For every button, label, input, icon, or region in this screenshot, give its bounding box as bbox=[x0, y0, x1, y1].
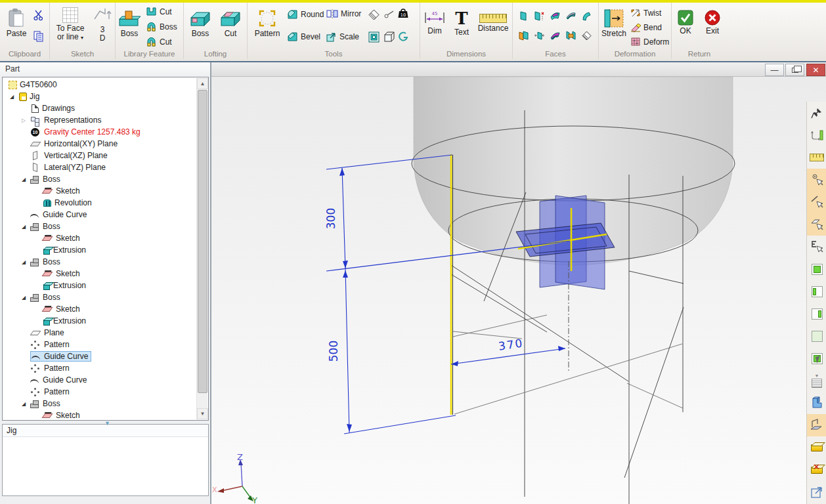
ok-button[interactable]: OK bbox=[674, 7, 697, 47]
tree-item-root[interactable]: G4T50600 bbox=[3, 79, 196, 91]
expand-arrow-icon[interactable]: ◢ bbox=[22, 177, 30, 182]
face-tool-9-button[interactable] bbox=[565, 30, 576, 41]
select-vertex-button[interactable] bbox=[807, 169, 826, 191]
library-magnet-boss-button[interactable]: Boss bbox=[146, 22, 177, 32]
solid-tool-button[interactable] bbox=[807, 392, 826, 414]
tree-item-sketch[interactable]: Sketch bbox=[3, 268, 196, 280]
cut-button[interactable] bbox=[33, 9, 45, 21]
tree-item-boss[interactable]: ◢Boss bbox=[3, 220, 196, 232]
export-view-button[interactable] bbox=[807, 481, 826, 503]
library-boss-button[interactable]: Boss bbox=[117, 5, 142, 50]
paste-button[interactable]: Paste bbox=[3, 5, 30, 47]
3d-viewport[interactable]: 300 500 370 Z Y X bbox=[211, 77, 826, 504]
dimension-value-300[interactable]: 300 bbox=[324, 208, 337, 229]
mirror-button[interactable]: Mirror bbox=[326, 9, 361, 18]
loft-boss-button[interactable]: Boss bbox=[186, 5, 214, 50]
view-list-button[interactable]: ▼ bbox=[807, 369, 826, 392]
expand-arrow-icon[interactable]: ◢ bbox=[22, 259, 30, 265]
face-tool-3-button[interactable] bbox=[550, 10, 561, 21]
tree-item-vertical-plane[interactable]: Vertical(XZ) Plane bbox=[3, 150, 196, 161]
scale-button[interactable]: Scale bbox=[326, 32, 359, 42]
exit-button[interactable]: Exit bbox=[701, 7, 724, 47]
tree-item-guide-curve[interactable]: Guide Curve bbox=[3, 374, 196, 386]
tree-item-gravity-center[interactable]: 10Gravity Center 1257.483 kg bbox=[3, 126, 196, 138]
tree-item-sketch[interactable]: Sketch bbox=[3, 232, 196, 244]
pick-view-face-button[interactable] bbox=[807, 347, 826, 369]
section-box-button[interactable] bbox=[807, 436, 826, 459]
tree-item-jig[interactable]: ◢Jig bbox=[3, 91, 196, 102]
shell-button[interactable] bbox=[368, 32, 380, 43]
tree-item-guide-curve[interactable]: Guide Curve bbox=[3, 209, 196, 220]
twist-button[interactable]: Twist bbox=[630, 8, 661, 18]
library-cut-button[interactable]: Cut bbox=[146, 7, 172, 16]
sweep-button[interactable] bbox=[397, 32, 408, 42]
scroll-up-button[interactable]: ▲ bbox=[197, 78, 208, 89]
tree-item-extrusion[interactable]: Extrusion bbox=[3, 244, 196, 256]
measure-pin-button[interactable] bbox=[384, 10, 395, 18]
tree-item-lateral-plane[interactable]: Lateral(YZ) Plane bbox=[3, 161, 196, 173]
scrollbar-thumb[interactable] bbox=[198, 90, 207, 393]
bevel-button[interactable]: Bevel bbox=[287, 32, 320, 42]
sketch-3d-button[interactable]: 3D bbox=[91, 4, 114, 52]
face-tool-4-button[interactable] bbox=[565, 10, 576, 21]
tree-item-pattern[interactable]: Pattern bbox=[3, 362, 196, 374]
expand-arrow-icon[interactable]: ◢ bbox=[22, 224, 30, 230]
loft-cut-button[interactable]: Cut bbox=[217, 5, 244, 50]
view-left-button[interactable] bbox=[807, 280, 826, 303]
tree-item-pattern[interactable]: Pattern bbox=[3, 339, 196, 350]
face-tool-5-button[interactable] bbox=[581, 10, 591, 21]
distance-button[interactable]: Distance bbox=[475, 7, 511, 50]
view-right-button[interactable] bbox=[807, 303, 826, 325]
expand-arrow-icon[interactable]: ◢ bbox=[22, 295, 30, 301]
tree-item-plane[interactable]: Plane bbox=[3, 327, 196, 339]
tree-item-boss[interactable]: ◢Boss bbox=[3, 256, 196, 268]
close-button[interactable]: ✕ bbox=[806, 64, 825, 76]
tree-item-boss[interactable]: ◢Boss bbox=[3, 173, 196, 185]
expand-arrow-icon[interactable]: ◢ bbox=[22, 401, 30, 407]
copy-button[interactable] bbox=[33, 30, 45, 42]
stretch-button[interactable]: Stretch bbox=[600, 5, 628, 50]
tree-item-revolution[interactable]: Revolution bbox=[3, 197, 196, 209]
view-front-button[interactable] bbox=[807, 258, 826, 280]
pattern-button[interactable]: Pattern bbox=[251, 5, 283, 50]
face-tool-1-button[interactable] bbox=[518, 10, 528, 22]
to-face-or-line-button[interactable]: To Face or line ▾ bbox=[51, 4, 89, 52]
dim-button[interactable]: 45 Dim bbox=[422, 7, 448, 50]
tree-item-boss[interactable]: ◢Boss bbox=[3, 398, 196, 410]
bend-button[interactable]: Bend bbox=[630, 22, 662, 32]
text-button[interactable]: T Text bbox=[450, 7, 473, 50]
face-tool-2-button[interactable] bbox=[534, 10, 545, 22]
weight-button[interactable]: 10 bbox=[397, 8, 409, 20]
selected-guide-curve[interactable] bbox=[451, 154, 453, 415]
measure-tool-button[interactable] bbox=[807, 146, 826, 169]
blank-face-button[interactable] bbox=[368, 9, 380, 20]
tree-item-extrusion[interactable]: Extrusion bbox=[3, 315, 196, 327]
deform-button[interactable]: Deform bbox=[630, 37, 669, 47]
tree-item-extrusion[interactable]: Extrusion bbox=[3, 280, 196, 291]
sketch-mode-button[interactable] bbox=[807, 414, 826, 436]
select-face-button[interactable] bbox=[807, 213, 826, 236]
select-edge-button[interactable] bbox=[807, 191, 826, 213]
collapse-arrow-icon[interactable]: ▷ bbox=[22, 117, 30, 123]
splitter-collapse-icon[interactable]: ▼ bbox=[104, 420, 110, 427]
minimize-button[interactable]: — bbox=[765, 64, 784, 76]
wireframe-cube-button[interactable] bbox=[384, 32, 395, 43]
tree-item-drawings[interactable]: Drawings bbox=[3, 102, 196, 114]
dimension-value-500[interactable]: 500 bbox=[327, 341, 340, 362]
delete-section-button[interactable]: ✕ bbox=[807, 459, 826, 481]
tree-item-horizontal-plane[interactable]: Horizontal(XY) Plane bbox=[3, 138, 196, 150]
tree-scrollbar[interactable]: ▲ ▼ bbox=[196, 78, 207, 419]
restore-button[interactable] bbox=[785, 64, 804, 76]
round-button[interactable]: Round bbox=[287, 9, 324, 20]
face-tool-7-button[interactable] bbox=[534, 30, 545, 41]
reorient-view-button[interactable] bbox=[807, 124, 826, 146]
tree-item-representations[interactable]: ▷Representations bbox=[3, 114, 196, 126]
tree-item-sketch[interactable]: Sketch bbox=[3, 410, 196, 419]
tree-item-boss[interactable]: ◢Boss bbox=[3, 291, 196, 303]
tree-item-sketch[interactable]: Sketch bbox=[3, 303, 196, 315]
tree-item-sketch[interactable]: Sketch bbox=[3, 185, 196, 197]
tree-item-pattern[interactable]: Pattern bbox=[3, 386, 196, 398]
pin-toolbar-button[interactable] bbox=[807, 102, 826, 124]
face-tool-6-button[interactable] bbox=[518, 30, 529, 41]
tree-item-guide-curve-selected[interactable]: Guide Curve bbox=[3, 350, 196, 362]
